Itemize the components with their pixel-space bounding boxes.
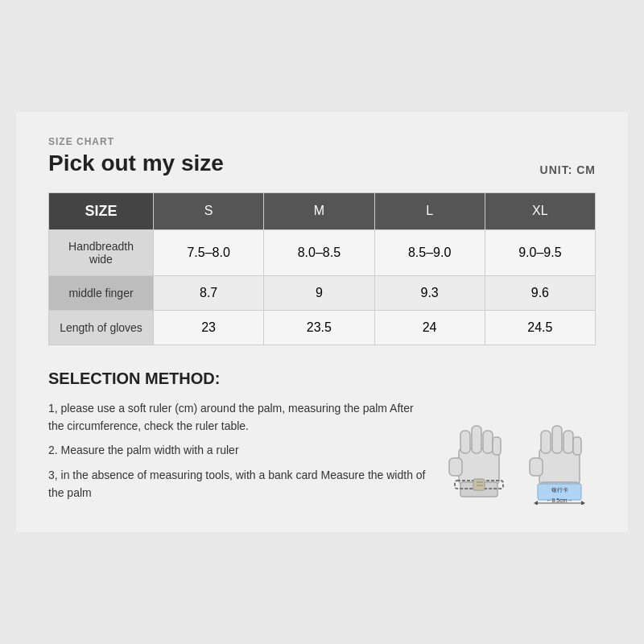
cell-length-m: 23.5 <box>264 310 374 345</box>
size-table: SIZE S M L XL Handbreadth wide 7.5–8.0 8… <box>48 192 596 345</box>
col-header-size: SIZE <box>49 192 154 229</box>
cell-handbreadth-m: 8.0–8.5 <box>264 229 374 275</box>
svg-rect-2 <box>460 431 470 453</box>
cell-length-xl: 24.5 <box>485 310 595 345</box>
glove-illustrations: 银行卡 ←8.5cm→ <box>443 416 596 508</box>
glove-with-tape-icon <box>443 416 515 505</box>
cell-middle-l: 9.3 <box>374 275 485 310</box>
glove-1-wrapper <box>443 416 515 508</box>
svg-marker-22 <box>581 501 585 505</box>
row-label-handbreadth: Handbreadth wide <box>49 229 154 275</box>
unit-label: UNIT: CM <box>540 163 596 176</box>
cell-length-l: 24 <box>374 310 485 345</box>
cell-handbreadth-s: 7.5–8.0 <box>154 229 264 275</box>
header-left: SIZE CHART Pick out my size <box>48 136 224 176</box>
svg-rect-8 <box>473 479 485 490</box>
col-header-m: M <box>264 192 374 229</box>
svg-rect-3 <box>472 426 481 453</box>
row-label-length: Length of gloves <box>49 310 154 345</box>
svg-marker-21 <box>534 501 538 505</box>
selection-content: 1, please use a soft ruler (cm) around t… <box>48 399 596 509</box>
row-label-middle-finger: middle finger <box>49 275 154 310</box>
svg-rect-13 <box>541 431 551 453</box>
cell-handbreadth-l: 8.5–9.0 <box>374 229 485 275</box>
cell-handbreadth-xl: 9.0–9.5 <box>485 229 595 275</box>
table-header-row: SIZE S M L XL <box>49 192 596 229</box>
svg-rect-15 <box>564 431 573 453</box>
step-3: 3, in the absence of measuring tools, wi… <box>48 466 427 502</box>
cell-length-s: 23 <box>154 310 264 345</box>
glove-with-card-icon: 银行卡 ←8.5cm→ <box>523 416 596 505</box>
selection-title: SELECTION METHOD: <box>48 369 596 388</box>
selection-section: SELECTION METHOD: 1, please use a soft r… <box>48 369 596 509</box>
svg-rect-16 <box>573 437 581 455</box>
svg-rect-12 <box>530 458 543 476</box>
svg-text:银行卡: 银行卡 <box>551 487 568 493</box>
step-1: 1, please use a soft ruler (cm) around t… <box>48 399 427 436</box>
svg-text:←8.5cm→: ←8.5cm→ <box>546 497 572 503</box>
col-header-l: L <box>374 192 485 229</box>
table-row: Length of gloves 23 23.5 24 24.5 <box>49 310 596 345</box>
selection-text: 1, please use a soft ruler (cm) around t… <box>48 399 443 509</box>
cell-middle-xl: 9.6 <box>485 275 595 310</box>
cell-middle-m: 9 <box>264 275 374 310</box>
size-chart-label: SIZE CHART <box>48 136 224 147</box>
svg-rect-14 <box>552 426 562 453</box>
main-title: Pick out my size <box>48 151 224 176</box>
svg-rect-4 <box>483 431 493 453</box>
step-2: 2. Measure the palm width with a ruler <box>48 441 427 459</box>
glove-2-wrapper: 银行卡 ←8.5cm→ <box>523 416 596 508</box>
table-row: Handbreadth wide 7.5–8.0 8.0–8.5 8.5–9.0… <box>49 229 596 275</box>
svg-rect-1 <box>449 458 462 476</box>
col-header-s: S <box>154 192 264 229</box>
col-header-xl: XL <box>485 192 595 229</box>
cell-middle-s: 8.7 <box>154 275 264 310</box>
svg-rect-5 <box>493 437 501 455</box>
table-row: middle finger 8.7 9 9.3 9.6 <box>49 275 596 310</box>
main-container: SIZE CHART Pick out my size UNIT: CM SIZ… <box>16 112 628 533</box>
header-section: SIZE CHART Pick out my size UNIT: CM <box>48 136 596 176</box>
